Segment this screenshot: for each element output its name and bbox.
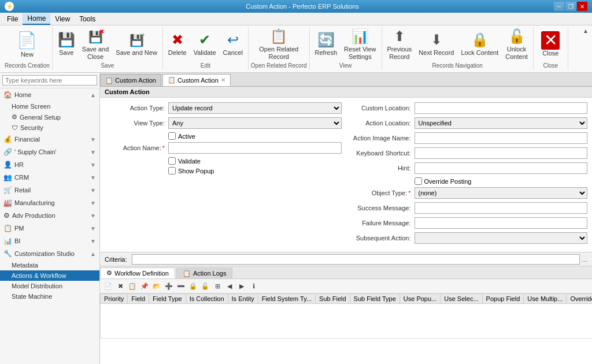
new-button[interactable]: 📄 New	[14, 28, 40, 61]
action-image-name-input[interactable]	[415, 132, 588, 144]
reset-view-button[interactable]: 📊 Reset ViewSettings	[341, 28, 379, 61]
hint-input[interactable]	[415, 162, 588, 174]
custom-location-input[interactable]	[415, 102, 588, 114]
unlock-content-button[interactable]: 🔓 UnlockContent	[502, 28, 531, 61]
sidebar-item-retail[interactable]: 🛒 Retail ▼	[0, 184, 99, 196]
toolbar-remove-row-btn[interactable]: ➖	[175, 280, 187, 292]
toolbar-lock-btn[interactable]: 🔒	[187, 280, 199, 292]
sidebar-item-hr[interactable]: 👤 HR ▼	[0, 158, 99, 171]
toolbar-paste-btn[interactable]: 📌	[139, 280, 150, 292]
toolbar-arrow-right-btn[interactable]: ▶	[236, 280, 247, 292]
sidebar-item-bi[interactable]: 📊 BI ▼	[0, 235, 99, 247]
sidebar: 🏠 Home ▲ Home Screen ⚙ General Setup 🛡 S…	[0, 73, 100, 364]
refresh-icon: 🔄	[317, 32, 335, 48]
close-button[interactable]: ✕ Close	[538, 28, 563, 61]
view-type-select[interactable]: Any	[168, 117, 342, 129]
toolbar-add-row-btn[interactable]: ➕	[163, 280, 175, 292]
toolbar-arrow-left-btn[interactable]: ◀	[224, 280, 235, 292]
show-popup-checkbox[interactable]	[168, 167, 176, 174]
sidebar-item-financial[interactable]: 💰 Financial ▼	[0, 133, 99, 146]
ribbon-group-close: ✕ Close Close	[534, 27, 568, 70]
object-type-select[interactable]: (none)	[415, 187, 588, 199]
new-icon: 📄	[17, 31, 37, 50]
save-new-button[interactable]: 💾+ Save and New	[113, 28, 160, 61]
object-type-row: Object Type: (none)	[351, 187, 588, 199]
action-name-input[interactable]	[168, 142, 342, 154]
action-location-select[interactable]: Unspecified	[415, 117, 588, 129]
toolbar-delete-btn[interactable]: ✖	[114, 280, 126, 292]
menu-file[interactable]: File	[2, 14, 23, 24]
sidebar-search-input[interactable]	[2, 75, 97, 86]
open-related-button[interactable]: 📋 Open RelatedRecord	[256, 28, 301, 61]
toolbar-new-btn[interactable]: 📄	[102, 280, 114, 292]
keyboard-shortcut-input[interactable]	[415, 147, 588, 159]
restore-button[interactable]: ❐	[565, 2, 576, 11]
retail-icon: 🛒	[3, 186, 12, 194]
bottom-tab-bar: ⚙ Workflow Definition 📋 Action Logs	[100, 266, 592, 279]
col-use-popu: Use Popu...	[399, 294, 440, 304]
keyboard-shortcut-row: Keyboard Shortcut:	[351, 147, 588, 159]
action-image-name-row: Action Image Name:	[351, 132, 588, 144]
prev-record-button[interactable]: ⬆ PreviousRecord	[384, 28, 415, 61]
delete-icon: ✖	[172, 32, 183, 48]
tab-action-logs[interactable]: 📋 Action Logs	[176, 268, 232, 278]
minimize-button[interactable]: ─	[554, 2, 564, 11]
toolbar-info-btn[interactable]: ℹ	[248, 280, 260, 292]
tab2-close-button[interactable]: ✕	[221, 77, 225, 83]
cancel-button[interactable]: ↩ Cancel	[220, 28, 246, 61]
refresh-button[interactable]: 🔄 Refresh	[312, 28, 341, 61]
home-expand-icon: ▲	[90, 92, 96, 98]
close-window-button[interactable]: ✕	[577, 2, 587, 11]
validate-button[interactable]: ✔ Validate	[191, 28, 219, 61]
toolbar-copy-btn[interactable]: 📋	[127, 280, 138, 292]
menu-home[interactable]: Home	[23, 13, 50, 25]
tab1-icon: 📋	[105, 77, 113, 84]
criteria-label: Criteria:	[105, 256, 127, 263]
sidebar-subitem-model-distribution[interactable]: Model Distribution	[0, 281, 99, 291]
ribbon-expand-arrow[interactable]: ▲	[583, 28, 589, 34]
active-checkbox[interactable]	[168, 132, 176, 140]
sidebar-subitem-metadata[interactable]: Metadata	[0, 260, 99, 270]
criteria-input[interactable]	[132, 254, 580, 265]
sidebar-item-crm[interactable]: 👥 CRM ▼	[0, 171, 99, 184]
sidebar-item-home[interactable]: 🏠 Home ▲	[0, 88, 99, 101]
toolbar-unlock-btn[interactable]: 🔓	[199, 280, 211, 292]
sidebar-item-adv-production[interactable]: ⚙ Adv Production ▼	[0, 209, 99, 222]
sidebar-item-manufacturing[interactable]: 🏭 Manufacturing ▼	[0, 196, 99, 209]
toolbar-grid-btn[interactable]: ⊞	[212, 280, 223, 292]
action-type-select[interactable]: Update record	[168, 102, 342, 114]
override-posting-checkbox[interactable]	[415, 177, 422, 185]
delete-button[interactable]: ✖ Delete	[165, 28, 190, 61]
sidebar-subitem-general-setup[interactable]: ⚙ General Setup	[0, 112, 99, 122]
subsequent-action-select[interactable]	[415, 232, 588, 244]
save-close-button[interactable]: 💾✖ Save andClose	[79, 28, 112, 61]
ribbon-group-edit: ✖ Delete ✔ Validate ↩ Cancel Edit	[163, 27, 249, 70]
sidebar-subitem-state-machine[interactable]: State Machine	[0, 291, 99, 302]
success-message-input[interactable]	[415, 202, 588, 214]
sidebar-item-supply-chain[interactable]: 🔗 ' Supply Chain' ▼	[0, 146, 99, 158]
ribbon-group-navigation: ⬆ PreviousRecord ⬇ Next Record 🔒 Lock Co…	[382, 27, 534, 70]
menu-tools[interactable]: Tools	[75, 14, 100, 24]
sidebar-item-pm[interactable]: 📋 PM ▼	[0, 222, 99, 235]
workflow-def-icon: ⚙	[106, 269, 112, 277]
col-use-multip: Use Multip...	[524, 294, 567, 304]
failure-message-input[interactable]	[415, 217, 588, 229]
sidebar-subitem-actions-workflow[interactable]: Actions & Workflow	[0, 270, 99, 281]
criteria-more-button[interactable]: ...	[582, 256, 587, 263]
save-close-icon: 💾✖	[88, 28, 103, 44]
window-title: Custom Action - Perfecto ERP Solutions	[51, 3, 554, 10]
tab-workflow-definition[interactable]: ⚙ Workflow Definition	[100, 268, 175, 278]
tab-custom-action-1[interactable]: 📋 Custom Action	[100, 74, 161, 86]
lock-content-button[interactable]: 🔒 Lock Content	[458, 28, 501, 61]
tab-custom-action-2[interactable]: 📋 Custom Action ✕	[162, 74, 231, 86]
sidebar-subitem-security[interactable]: 🛡 Security	[0, 122, 99, 133]
save-button[interactable]: 💾 Save	[55, 28, 78, 61]
sidebar-subitem-home-screen[interactable]: Home Screen	[0, 101, 99, 112]
menu-view[interactable]: View	[50, 14, 75, 24]
validate-checkbox[interactable]	[168, 157, 176, 165]
toolbar-open-btn[interactable]: 📂	[151, 280, 162, 292]
next-record-button[interactable]: ⬇ Next Record	[416, 28, 457, 61]
sidebar-item-customization-studio[interactable]: 🔧 Customization Studio ▲	[0, 247, 99, 260]
manufacturing-icon: 🏭	[3, 199, 12, 207]
active-label: Active	[178, 133, 195, 140]
